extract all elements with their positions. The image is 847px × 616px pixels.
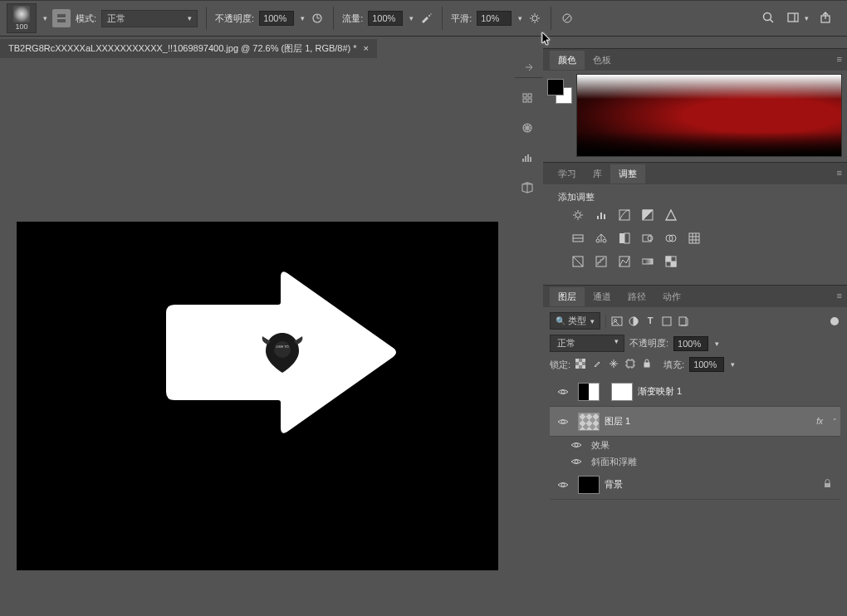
flow-input[interactable]: 100%	[368, 11, 403, 26]
search-icon[interactable]	[761, 11, 776, 26]
vibrance-icon[interactable]	[664, 208, 679, 223]
info-panel-icon[interactable]	[521, 181, 537, 198]
levels-icon[interactable]	[595, 208, 610, 223]
tab-layers[interactable]: 图层	[550, 287, 585, 306]
layer-effects-row[interactable]: 效果	[550, 437, 840, 453]
filter-shape-icon[interactable]	[661, 315, 673, 327]
hue-icon[interactable]	[571, 232, 586, 247]
invert-icon[interactable]	[571, 255, 586, 270]
tab-learn[interactable]: 学习	[550, 164, 585, 183]
exposure-icon[interactable]	[641, 208, 656, 223]
lock-transparency-icon[interactable]	[575, 359, 587, 370]
tab-channels[interactable]: 通道	[585, 287, 619, 306]
visibility-toggle[interactable]	[553, 416, 573, 428]
pressure-size-icon[interactable]	[560, 11, 575, 26]
expand-rail-icon[interactable]	[515, 61, 543, 78]
pressure-opacity-icon[interactable]	[310, 11, 325, 26]
chevron-down-icon[interactable]: ▾	[43, 14, 47, 22]
color-balance-icon[interactable]	[595, 232, 610, 247]
tab-adjustments[interactable]: 调整	[610, 164, 645, 183]
document-canvas[interactable]: LIVE TO	[17, 222, 498, 570]
color-lookup-icon[interactable]	[688, 232, 703, 247]
chevron-down-icon[interactable]: ▾	[731, 360, 735, 369]
posterize-icon[interactable]	[595, 255, 610, 270]
chevron-down-icon[interactable]: ▾	[409, 14, 414, 22]
document-tab-title: TB2RG8RcXXXXXaLXXXXXXXXXXX_!!1069897400.…	[8, 42, 357, 55]
blend-mode-dropdown[interactable]: 正常 ▾	[101, 10, 198, 27]
layer-item-layer1[interactable]: 图层 1 fx ˄	[550, 407, 840, 437]
panel-menu-icon[interactable]: ≡	[837, 54, 842, 64]
svg-point-58	[575, 443, 578, 447]
smoothing-input[interactable]: 10%	[477, 11, 512, 26]
document-tab[interactable]: TB2RG8RcXXXXXaLXXXXXXXXXXX_!!1069897400.…	[0, 39, 377, 58]
filter-adjust-icon[interactable]	[628, 315, 639, 327]
color-panel-body	[543, 71, 847, 162]
visibility-toggle[interactable]	[553, 479, 573, 491]
filter-smart-icon[interactable]	[678, 315, 689, 327]
share-icon[interactable]	[819, 11, 834, 26]
photo-filter-icon[interactable]	[641, 232, 656, 247]
histogram-panel-icon[interactable]	[521, 151, 537, 168]
bw-icon[interactable]	[618, 232, 633, 247]
chevron-down-icon[interactable]: ▾	[301, 14, 305, 22]
filter-image-icon[interactable]	[611, 315, 623, 327]
layer-item-gradient-map[interactable]: 渐变映射 1	[550, 377, 840, 407]
canvas-viewport[interactable]: LIVE TO	[0, 60, 515, 616]
visibility-toggle[interactable]	[553, 386, 573, 398]
layer-item-background[interactable]: 背景	[550, 470, 840, 500]
threshold-icon[interactable]	[618, 255, 633, 270]
lock-position-icon[interactable]	[609, 359, 620, 370]
chevron-collapse-icon[interactable]: ˄	[833, 418, 837, 426]
tab-library[interactable]: 库	[585, 164, 610, 183]
opacity-input[interactable]: 100%	[259, 11, 294, 26]
curves-icon[interactable]	[618, 208, 633, 223]
tab-actions[interactable]: 动作	[654, 287, 689, 306]
channel-mixer-icon[interactable]	[664, 232, 679, 247]
svg-rect-53	[582, 365, 585, 369]
chevron-down-icon[interactable]: ▾	[805, 14, 809, 22]
layer-blend-mode-dropdown[interactable]: 正常 ▾	[550, 335, 624, 352]
lock-label: 锁定:	[550, 359, 570, 371]
lock-all-icon[interactable]	[642, 359, 654, 370]
layer-fx-badge[interactable]: fx	[816, 417, 826, 426]
blend-mode-value: 正常	[107, 12, 125, 25]
navigator-panel-icon[interactable]	[521, 121, 537, 138]
filter-type-icon[interactable]: T	[644, 315, 656, 327]
layer-filter-dropdown[interactable]: 🔍 类型 ▾	[550, 312, 600, 330]
chevron-down-icon[interactable]: ▾	[715, 340, 719, 348]
lock-artboard-icon[interactable]	[625, 359, 637, 370]
fg-bg-swatches[interactable]	[543, 71, 576, 162]
layer-fill-input[interactable]: 100%	[689, 357, 724, 372]
color-spectrum[interactable]	[576, 74, 842, 157]
workspace-icon[interactable]	[786, 11, 801, 26]
history-panel-icon[interactable]	[521, 91, 537, 108]
svg-point-28	[603, 239, 606, 242]
brush-preset-picker[interactable]: 100	[7, 3, 37, 33]
layer-thumbnail	[578, 476, 600, 494]
lock-paint-icon[interactable]	[592, 359, 604, 370]
tab-paths[interactable]: 路径	[619, 287, 654, 306]
svg-point-32	[648, 236, 653, 241]
chevron-down-icon: ▾	[614, 337, 619, 350]
panel-menu-icon[interactable]: ≡	[837, 168, 842, 178]
svg-rect-61	[825, 483, 830, 487]
tab-swatches[interactable]: 色板	[585, 51, 619, 70]
airbrush-icon[interactable]	[419, 11, 433, 26]
brush-settings-icon[interactable]	[52, 9, 71, 27]
close-icon[interactable]: ×	[364, 43, 369, 53]
gradient-map-icon[interactable]	[641, 255, 656, 270]
smoothing-gear-icon[interactable]	[527, 11, 542, 26]
options-bar: 100 ▾ 模式: 正常 ▾ 不透明度: 100% ▾ 流量: 100% ▾ 平…	[0, 0, 847, 37]
selective-color-icon[interactable]	[664, 255, 679, 270]
layer-name: 背景	[605, 478, 813, 491]
filter-toggle[interactable]	[830, 317, 839, 325]
chevron-down-icon[interactable]: ▾	[518, 14, 522, 22]
tab-color[interactable]: 颜色	[550, 51, 585, 70]
bevel-effect-label: 斜面和浮雕	[591, 456, 637, 468]
layer-effect-bevel[interactable]: 斜面和浮雕	[550, 453, 840, 470]
brightness-icon[interactable]	[571, 208, 586, 223]
foreground-swatch[interactable]	[547, 79, 564, 95]
chevron-down-icon: ▾	[590, 317, 595, 325]
panel-menu-icon[interactable]: ≡	[837, 291, 842, 301]
layer-opacity-input[interactable]: 100%	[673, 336, 708, 351]
